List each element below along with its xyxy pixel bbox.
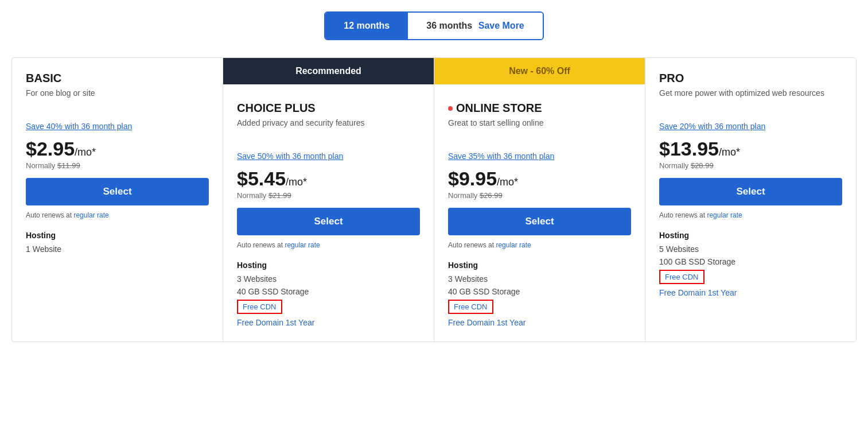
hosting-item-online-store-1: 40 GB SSD Storage [448,287,631,296]
save-link-basic[interactable]: Save 40% with 36 month plan [26,122,209,131]
regular-rate-link-basic[interactable]: regular rate [73,211,108,219]
plan-basic: BASICFor one blog or siteSave 40% with 3… [12,58,223,341]
plan-name-choice-plus: CHOICE PLUS [237,102,420,115]
auto-renew-online-store: Auto renews at regular rate [448,241,631,249]
auto-renew-basic: Auto renews at regular rate [26,211,209,219]
free-domain-link-online-store[interactable]: Free Domain 1st Year [448,318,526,327]
price-basic: $2.95/mo* [26,138,209,160]
auto-renew-pro: Auto renews at regular rate [659,211,842,219]
select-btn-choice-plus[interactable]: Select [237,208,420,235]
save-link-pro[interactable]: Save 20% with 36 month plan [659,122,842,131]
plan-name-basic: BASIC [26,72,209,85]
hosting-item-online-store-0: 3 Websites [448,274,631,284]
price-normally-online-store: Normally $26.99 [448,191,631,200]
hosting-item-choice-plus-0: 3 Websites [237,274,420,284]
select-btn-online-store[interactable]: Select [448,208,631,235]
badge-online-store: New - 60% Off [434,58,645,84]
toggle-wrapper: 12 months 36 months Save More [324,11,544,40]
plan-choice-plus: RecommendedCHOICE PLUSAdded privacy and … [223,58,434,341]
hosting-item-pro-1: 100 GB SSD Storage [659,257,842,266]
no-cdn-spacer-basic [26,257,209,274]
free-domain-link-choice-plus[interactable]: Free Domain 1st Year [237,318,314,327]
hosting-label-choice-plus: Hosting [237,261,420,270]
save-more-label: Save More [478,21,524,30]
regular-rate-link-choice-plus[interactable]: regular rate [285,241,320,249]
plan-online-store: New - 60% OffONLINE STOREGreat to start … [434,58,645,341]
hosting-item-choice-plus-1: 40 GB SSD Storage [237,287,420,296]
hosting-item-pro-0: 5 Websites [659,245,842,254]
save-link-online-store[interactable]: Save 35% with 36 month plan [448,152,631,161]
hosting-section-choice-plus: Hosting3 Websites40 GB SSD StorageFree C… [237,261,420,328]
billing-toggle: 12 months 36 months Save More [11,11,857,40]
plans-container: BASICFor one blog or siteSave 40% with 3… [11,57,857,342]
hosting-item-basic-0: 1 Website [26,245,209,254]
price-normally-pro: Normally $28.99 [659,161,842,170]
hosting-label-basic: Hosting [26,231,209,240]
hosting-section-pro: Hosting5 Websites100 GB SSD StorageFree … [659,231,842,298]
plan-name-online-store: ONLINE STORE [448,102,631,115]
hosting-label-pro: Hosting [659,231,842,240]
toggle-12months[interactable]: 12 months [325,13,408,39]
toggle-36months[interactable]: 36 months Save More [408,13,543,39]
hosting-label-online-store: Hosting [448,261,631,270]
price-choice-plus: $5.45/mo* [237,168,420,190]
plan-desc-pro: Get more power with optimized web resour… [659,88,842,112]
badge-choice-plus: Recommended [223,58,434,84]
plan-content-choice-plus: CHOICE PLUSAdded privacy and security fe… [237,72,420,328]
select-btn-basic[interactable]: Select [26,178,209,205]
price-normally-basic: Normally $11.99 [26,161,209,170]
plan-desc-basic: For one blog or site [26,88,209,112]
select-btn-pro[interactable]: Select [659,178,842,205]
plan-dot-online-store [448,106,453,111]
auto-renew-choice-plus: Auto renews at regular rate [237,241,420,249]
cdn-badge-choice-plus[interactable]: Free CDN [237,300,420,317]
hosting-section-online-store: Hosting3 Websites40 GB SSD StorageFree C… [448,261,631,328]
plan-content-basic: BASICFor one blog or siteSave 40% with 3… [26,72,209,274]
regular-rate-link-online-store[interactable]: regular rate [496,241,531,249]
plan-pro: PROGet more power with optimized web res… [645,58,856,341]
price-normally-choice-plus: Normally $21.99 [237,191,420,200]
price-pro: $13.95/mo* [659,138,842,160]
free-domain-link-pro[interactable]: Free Domain 1st Year [659,288,737,297]
plan-name-pro: PRO [659,72,842,85]
plan-content-pro: PROGet more power with optimized web res… [659,72,842,298]
plan-desc-online-store: Great to start selling online [448,118,631,142]
plan-content-online-store: ONLINE STOREGreat to start selling onlin… [448,72,631,328]
cdn-badge-online-store[interactable]: Free CDN [448,300,631,317]
toggle-36months-label: 36 months [426,21,472,30]
plan-desc-choice-plus: Added privacy and security features [237,118,420,142]
price-online-store: $9.95/mo* [448,168,631,190]
cdn-badge-pro[interactable]: Free CDN [659,270,842,288]
save-link-choice-plus[interactable]: Save 50% with 36 month plan [237,152,420,161]
hosting-section-basic: Hosting1 Website [26,231,209,274]
regular-rate-link-pro[interactable]: regular rate [707,211,742,219]
